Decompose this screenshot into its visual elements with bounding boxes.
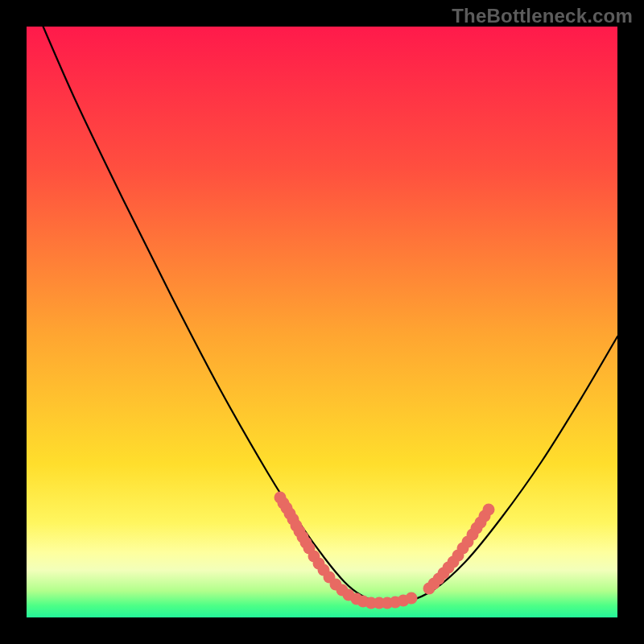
chart-container: TheBottleneck.com bbox=[0, 0, 644, 644]
plot-area bbox=[27, 27, 617, 617]
bottleneck-curve bbox=[36, 10, 617, 604]
marker-group bbox=[275, 492, 495, 609]
curve-svg bbox=[27, 27, 617, 617]
marker-dot bbox=[406, 592, 418, 605]
watermark-text: TheBottleneck.com bbox=[452, 5, 633, 27]
marker-dot bbox=[483, 504, 495, 516]
